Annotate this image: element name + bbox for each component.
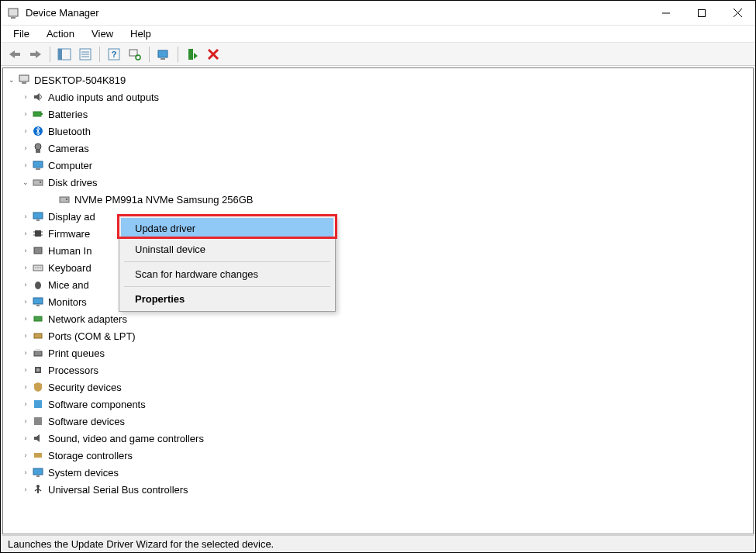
menu-help[interactable]: Help bbox=[123, 26, 159, 41]
svg-rect-6 bbox=[15, 53, 20, 56]
chevron-right-icon[interactable]: › bbox=[20, 247, 31, 254]
chevron-right-icon[interactable]: › bbox=[20, 264, 31, 271]
back-button[interactable] bbox=[5, 45, 24, 64]
svg-point-48 bbox=[35, 282, 41, 289]
chevron-right-icon[interactable]: › bbox=[20, 451, 31, 459]
svg-rect-23 bbox=[19, 75, 29, 81]
tree-item-network[interactable]: › Network adapters bbox=[3, 310, 753, 327]
system-icon bbox=[31, 466, 45, 479]
chevron-right-icon[interactable]: › bbox=[20, 127, 31, 135]
enable-device-button[interactable] bbox=[183, 45, 202, 64]
tree-item-batteries[interactable]: › Batteries bbox=[3, 105, 753, 123]
hid-icon bbox=[31, 244, 45, 257]
forward-button[interactable] bbox=[26, 45, 45, 64]
chevron-right-icon[interactable]: › bbox=[20, 230, 31, 237]
tree-item-software-devices[interactable]: › Software devices bbox=[3, 413, 753, 430]
chevron-down-icon[interactable]: ⌄ bbox=[20, 178, 31, 186]
svg-rect-20 bbox=[188, 49, 193, 60]
window-controls bbox=[648, 1, 755, 25]
tree-item-mice[interactable]: › Mice and bbox=[3, 276, 753, 293]
chevron-right-icon[interactable]: › bbox=[20, 161, 31, 169]
tree-item-cameras[interactable]: › Cameras bbox=[3, 140, 753, 157]
ctx-update-driver[interactable]: Update driver bbox=[121, 218, 333, 239]
chevron-right-icon[interactable]: › bbox=[20, 468, 31, 476]
menu-action[interactable]: Action bbox=[39, 26, 82, 41]
tree-item-firmware[interactable]: › Firmware bbox=[3, 225, 753, 242]
software-device-icon bbox=[31, 415, 45, 427]
tree-root[interactable]: ⌄ DESKTOP-504K819 bbox=[3, 71, 753, 88]
chevron-right-icon[interactable]: › bbox=[20, 281, 31, 289]
chevron-right-icon[interactable]: › bbox=[20, 93, 31, 101]
chevron-right-icon[interactable]: › bbox=[20, 315, 31, 323]
tree-item-software-components[interactable]: › Software components bbox=[3, 396, 753, 413]
svg-rect-0 bbox=[9, 9, 18, 16]
svg-point-47 bbox=[40, 267, 40, 268]
toolbar: ? bbox=[1, 43, 755, 66]
svg-rect-58 bbox=[34, 417, 42, 425]
chevron-right-icon[interactable]: › bbox=[20, 366, 31, 374]
tree-item-display-adapters[interactable]: › Display ad bbox=[3, 208, 753, 225]
tree-item-processors[interactable]: › Processors bbox=[3, 361, 753, 378]
chevron-right-icon[interactable]: › bbox=[20, 383, 31, 391]
tree-item-ports[interactable]: › Ports (COM & LPT) bbox=[3, 327, 753, 344]
tree-item-keyboards[interactable]: › Keyboard bbox=[3, 259, 753, 276]
ctx-scan-hardware[interactable]: Scan for hardware changes bbox=[121, 264, 333, 285]
menubar: File Action View Help bbox=[1, 26, 755, 43]
chevron-right-icon[interactable]: › bbox=[20, 434, 31, 442]
svg-rect-34 bbox=[60, 197, 69, 202]
svg-rect-56 bbox=[36, 368, 40, 372]
ctx-uninstall-device[interactable]: Uninstall device bbox=[121, 239, 333, 260]
chevron-right-icon[interactable]: › bbox=[20, 417, 31, 425]
tree-item-hid[interactable]: › Human In bbox=[3, 242, 753, 259]
svg-rect-26 bbox=[41, 113, 43, 115]
menu-file[interactable]: File bbox=[5, 26, 37, 41]
svg-rect-9 bbox=[58, 49, 62, 60]
chevron-right-icon[interactable]: › bbox=[20, 400, 31, 408]
chevron-right-icon[interactable]: › bbox=[20, 349, 31, 357]
uninstall-device-button[interactable] bbox=[204, 45, 223, 64]
minimize-button[interactable] bbox=[648, 1, 684, 25]
svg-rect-36 bbox=[33, 213, 43, 219]
menu-view[interactable]: View bbox=[84, 26, 121, 41]
scan-hardware-button[interactable] bbox=[126, 45, 144, 64]
tree-item-usb[interactable]: › Universal Serial Bus controllers bbox=[3, 481, 753, 498]
tree-item-audio[interactable]: › Audio inputs and outputs bbox=[3, 88, 753, 105]
chevron-right-icon[interactable]: › bbox=[20, 213, 31, 220]
chevron-right-icon[interactable]: › bbox=[20, 144, 31, 152]
chevron-right-icon[interactable]: › bbox=[20, 332, 31, 340]
tree-item-bluetooth[interactable]: › Bluetooth bbox=[3, 123, 753, 140]
update-driver-toolbar-button[interactable] bbox=[154, 45, 173, 64]
properties-button[interactable] bbox=[76, 45, 95, 64]
bluetooth-icon bbox=[31, 125, 45, 137]
speaker-icon bbox=[31, 91, 45, 103]
chevron-down-icon[interactable]: ⌄ bbox=[6, 76, 17, 84]
tree-item-computer[interactable]: › Computer bbox=[3, 157, 753, 174]
svg-rect-16 bbox=[129, 50, 137, 56]
tree-item-print-queues[interactable]: › Print queues bbox=[3, 344, 753, 361]
tree-item-security[interactable]: › Security devices bbox=[3, 378, 753, 396]
maximize-button[interactable] bbox=[684, 1, 720, 25]
device-tree-panel[interactable]: ⌄ DESKTOP-504K819 › Audio inputs and out… bbox=[2, 67, 754, 534]
svg-rect-18 bbox=[158, 50, 167, 57]
chevron-right-icon[interactable]: › bbox=[20, 298, 31, 306]
svg-point-46 bbox=[37, 267, 38, 268]
status-text: Launches the Update Driver Wizard for th… bbox=[8, 538, 274, 550]
computer-icon bbox=[17, 74, 31, 86]
help-button[interactable]: ? bbox=[105, 45, 123, 64]
svg-rect-53 bbox=[34, 351, 42, 356]
tree-item-monitors[interactable]: › Monitors bbox=[3, 293, 753, 310]
network-icon bbox=[31, 313, 45, 325]
show-hide-tree-button[interactable] bbox=[55, 45, 74, 64]
tree-item-system[interactable]: › System devices bbox=[3, 464, 753, 481]
chevron-right-icon[interactable]: › bbox=[20, 486, 31, 493]
chevron-right-icon[interactable]: › bbox=[20, 110, 31, 118]
close-button[interactable] bbox=[720, 1, 755, 25]
context-menu-separator bbox=[124, 261, 330, 262]
tree-item-storage[interactable]: › Storage controllers bbox=[3, 447, 753, 464]
tree-item-disk-drives[interactable]: ⌄ Disk drives bbox=[3, 174, 753, 191]
keyboard-icon bbox=[31, 261, 45, 274]
tree-item-disk-nvme[interactable]: NVMe PM991a NVMe Samsung 256GB bbox=[3, 191, 753, 208]
pc-icon bbox=[31, 159, 45, 171]
tree-item-sound[interactable]: › Sound, video and game controllers bbox=[3, 430, 753, 447]
ctx-properties[interactable]: Properties bbox=[121, 289, 333, 309]
